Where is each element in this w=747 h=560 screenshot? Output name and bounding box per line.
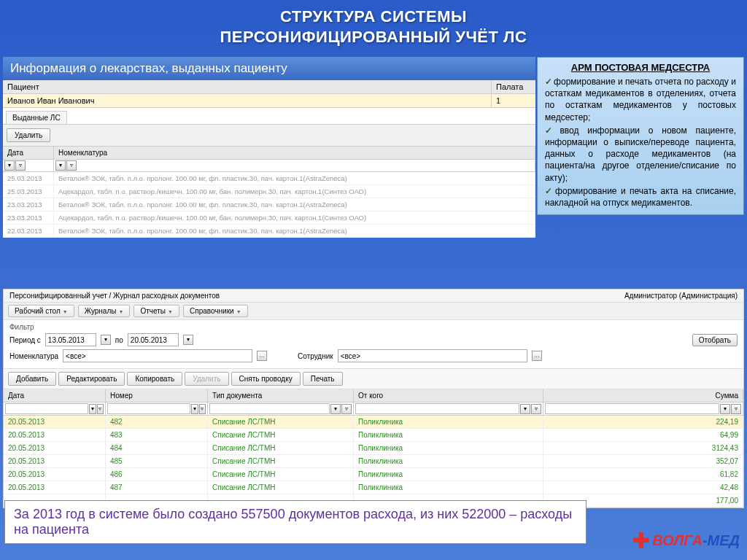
cell-date: 25.03.2013 [3, 185, 54, 198]
cell-date: 25.03.2013 [3, 172, 54, 184]
cell-nom: Ацекардол, табл. п.о. раствор./кишечн. 1… [54, 211, 535, 224]
lookup-icon[interactable]: … [257, 351, 267, 361]
filter-dropdown-icon[interactable]: ▾ [330, 404, 341, 414]
slide-title: СТРУКТУРА СИСТЕМЫ ПЕРСОНИФИЦИРОВАННЫЙ УЧ… [0, 0, 747, 51]
calendar-icon[interactable]: ▾ [183, 335, 193, 345]
cell-num: 485 [106, 455, 208, 467]
col-num[interactable]: Номер [106, 389, 208, 402]
footnote-statistic: За 2013 год в системе было создано 55750… [4, 500, 587, 544]
col-date[interactable]: Дата [4, 389, 106, 402]
table-row[interactable]: 20.05.2013483Списание ЛС/ТМНПоликлиника6… [4, 429, 743, 442]
cell-date: 22.03.2013 [3, 225, 54, 237]
col-nomenclature[interactable]: Номенклатура [54, 147, 535, 159]
sidebar-info-box: АРМ ПОСТОВАЯ МЕДСЕСТРА ✓формирование и п… [537, 57, 744, 215]
unpost-button[interactable]: Снять проводку [231, 372, 301, 386]
col-patient: Пациент [3, 80, 492, 93]
table-row[interactable]: 23.03.2013Беталок® ЗОК, табл. п.л.о. про… [3, 198, 535, 211]
filter-dropdown-icon[interactable]: ▾ [520, 404, 530, 414]
menu-desktop[interactable]: Рабочий стол▼ [8, 305, 74, 317]
col-sum[interactable]: Сумма [543, 389, 743, 402]
sidebar-bullet: ✓формирование и печать отчета по расходу… [545, 76, 736, 123]
print-button[interactable]: Печать [303, 372, 343, 386]
chevron-down-icon: ▼ [118, 309, 123, 314]
filter-dropdown-icon[interactable]: ▾ [191, 404, 198, 414]
filter-dropdown-icon[interactable]: ▾ [4, 160, 15, 171]
filter-dropdown-icon[interactable]: ▾ [720, 404, 730, 414]
menu-journals[interactable]: Журналы▼ [78, 305, 131, 317]
table-row[interactable]: 20.05.2013487Списание ЛС/ТМНПоликлиника4… [4, 481, 743, 494]
cell-date: 20.05.2013 [4, 468, 106, 481]
cell-num: 487 [106, 481, 208, 494]
table-row[interactable]: 22.03.2013Беталок® ЗОК, табл. п.л.о. про… [3, 225, 535, 238]
chevron-down-icon: ▼ [236, 309, 241, 314]
patient-row[interactable]: Иванов Иван Иванович 1 [3, 94, 535, 108]
check-icon: ✓ [545, 186, 554, 196]
cell-date: 20.05.2013 [4, 442, 106, 454]
filter-funnel-icon[interactable]: ▿ [66, 160, 77, 171]
table-row[interactable]: 20.05.2013486Списание ЛС/ТМНПоликлиника6… [4, 468, 743, 481]
cell-sum: 42,48 [543, 481, 743, 494]
filter-dropdown-icon[interactable]: ▾ [89, 404, 96, 414]
lookup-icon[interactable]: … [532, 351, 542, 361]
filter-type-input[interactable] [209, 403, 330, 414]
emp-input[interactable] [338, 349, 527, 362]
filter-dropdown-icon[interactable]: ▾ [55, 160, 66, 171]
logo: ✚ ВОЛГА-МЕД [632, 529, 740, 553]
table-row[interactable]: 20.05.2013485Списание ЛС/ТМНПоликлиника3… [4, 455, 743, 468]
table-row[interactable]: 25.03.2013Ацекардол, табл. п.о. раствор.… [3, 185, 535, 198]
edit-button[interactable]: Редактировать [58, 372, 125, 386]
cell-nom: Беталок® ЗОК, табл. п.л.о. пролонг. 100.… [54, 198, 535, 211]
chevron-down-icon: ▼ [63, 309, 68, 314]
cell-num: 482 [106, 416, 208, 428]
table-row[interactable]: 23.03.2013Ацекардол, табл. п.о. раствор.… [3, 211, 535, 225]
cell-from: Поликлиника [354, 429, 543, 441]
col-type[interactable]: Тип документа [208, 389, 354, 402]
menu-reports[interactable]: Отчеты▼ [133, 305, 179, 317]
filter-funnel-icon[interactable]: ▿ [199, 404, 206, 414]
filter-num-input[interactable] [107, 403, 190, 414]
col-date[interactable]: Дата [3, 147, 54, 159]
filter-sum-input[interactable] [545, 403, 719, 414]
cell-nom: Ацекардол, табл. п.о. раствор./кишечн. 1… [54, 185, 535, 198]
tab-issued-drugs[interactable]: Выданные ЛС [6, 111, 67, 124]
nom-input[interactable] [63, 349, 252, 362]
cell-type: Списание ЛС/ТМН [208, 455, 354, 467]
cell-date: 20.05.2013 [4, 481, 106, 494]
patient-name: Иванов Иван Иванович [3, 94, 492, 107]
cell-from: Поликлиника [354, 481, 543, 494]
filter-from-input[interactable] [355, 403, 519, 414]
cell-from: Поликлиника [354, 416, 543, 428]
cell-date: 20.05.2013 [4, 455, 106, 467]
cell-type: Списание ЛС/ТМН [208, 416, 354, 428]
filter-funnel-icon[interactable]: ▿ [15, 160, 26, 171]
journal-panel: Персонифицированный учет / Журнал расход… [3, 289, 744, 508]
cell-date: 20.05.2013 [4, 416, 106, 428]
date-to-input[interactable] [128, 333, 179, 346]
col-from[interactable]: От кого [354, 389, 543, 402]
cell-nom: Беталок® ЗОК, табл. п.л.о. пролонг. 100.… [54, 225, 535, 237]
filter-date-input[interactable] [5, 403, 88, 414]
filter-funnel-icon[interactable]: ▿ [531, 404, 541, 414]
sidebar-bullet: ✓ввод информации о новом пациенте, инфор… [545, 125, 736, 184]
sidebar-bullet: ✓формирование и печать акта на списание,… [545, 185, 736, 209]
main-upper-panel: Информация о лекарствах, выданных пациен… [3, 57, 535, 238]
table-row[interactable]: 20.05.2013482Списание ЛС/ТМНПоликлиника2… [4, 416, 743, 429]
filter-funnel-icon[interactable]: ▿ [731, 404, 741, 414]
delete-button[interactable]: Удалить [7, 128, 50, 142]
cell-num: 486 [106, 468, 208, 481]
select-button[interactable]: Отобрать [692, 334, 738, 346]
copy-button[interactable]: Копировать [127, 372, 182, 386]
delete-button[interactable]: Удалить [185, 372, 228, 386]
filter-funnel-icon[interactable]: ▿ [341, 404, 352, 414]
table-row[interactable]: 25.03.2013Беталок® ЗОК, табл. п.л.о. про… [3, 172, 535, 185]
chevron-down-icon: ▼ [168, 309, 173, 314]
cross-icon: ✚ [632, 529, 649, 553]
filter-funnel-icon[interactable]: ▿ [97, 404, 104, 414]
add-button[interactable]: Добавить [8, 372, 56, 386]
menu-refs[interactable]: Справочники▼ [183, 305, 248, 317]
date-from-input[interactable] [45, 333, 96, 346]
table-row[interactable]: 20.05.2013484Списание ЛС/ТМНПоликлиника3… [4, 442, 743, 455]
cell-sum: 3124,43 [543, 442, 743, 454]
cell-date: 23.03.2013 [3, 211, 54, 224]
calendar-icon[interactable]: ▾ [101, 335, 111, 345]
